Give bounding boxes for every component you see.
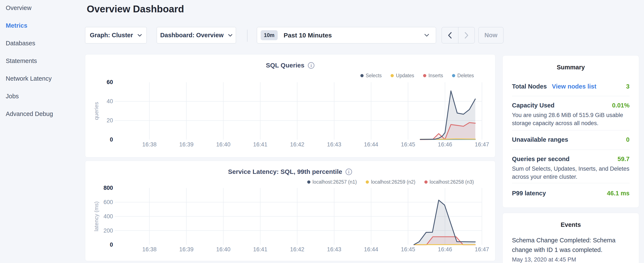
now-button[interactable]: Now: [478, 27, 504, 43]
page-title: Overview Dashboard: [87, 3, 184, 15]
legend-dot-icon: [366, 180, 369, 184]
summary-row-p99: P99 latency 46.1 ms: [512, 189, 630, 198]
time-next-button[interactable]: [458, 27, 475, 43]
time-range-dropdown[interactable]: 10m Past 10 Minutes: [257, 27, 436, 43]
summary-divider: [512, 130, 630, 130]
view-nodes-list-link[interactable]: View nodes list: [552, 82, 596, 91]
unavailable-ranges-value: 0: [626, 135, 630, 144]
sidebar-item-network-latency[interactable]: Network Latency: [0, 70, 84, 87]
dashboard-dropdown[interactable]: Dashboard: Overview: [157, 27, 236, 43]
summary-divider: [512, 183, 630, 183]
x-tick-label: 16:40: [216, 141, 230, 148]
x-tick-label: 16:39: [179, 246, 194, 252]
legend-dot-icon: [424, 180, 428, 184]
summary-row-qps: Queries per second 59.7: [512, 154, 630, 163]
y-tick-label: 800: [104, 185, 113, 191]
x-tick-label: 16:45: [401, 141, 415, 148]
summary-panel: Summary Total Nodes View nodes list 3 Ca…: [502, 55, 639, 208]
chevron-right-icon: [464, 32, 469, 39]
service-latency-plot: 16:3816:3916:4016:4116:4216:4316:4416:45…: [85, 161, 495, 261]
legend-dot-icon: [390, 74, 394, 77]
x-tick-label: 16:41: [253, 246, 267, 252]
legend-label: localhost:26259 (n2): [371, 179, 415, 185]
legend-item[interactable]: localhost:26259 (n2): [366, 179, 415, 185]
legend-label: Updates: [396, 73, 414, 79]
legend-label: localhost:26258 (n3): [430, 179, 474, 185]
chevron-down-icon: [228, 34, 232, 37]
sidebar: Overview Metrics Databases Statements Ne…: [0, 0, 84, 263]
legend-dot-icon: [307, 180, 310, 184]
graph-scope-label: Graph: Cluster: [90, 32, 133, 39]
total-nodes-label: Total Nodes: [512, 82, 547, 91]
legend-item[interactable]: Inserts: [423, 73, 443, 79]
sidebar-item-statements[interactable]: Statements: [0, 52, 84, 70]
y-tick-label: 600: [104, 199, 113, 205]
events-panel: Events Schema Change Completed: Schema c…: [502, 213, 639, 263]
controls-divider: [247, 30, 248, 42]
chevron-down-icon: [424, 34, 430, 37]
legend-label: Deletes: [457, 73, 474, 79]
capacity-description: You are using 28.6 MiB of 515.9 GiB usab…: [512, 111, 630, 127]
x-tick-label: 16:42: [290, 246, 304, 252]
service-latency-chart-card: 16:3816:3916:4016:4116:4216:4316:4416:45…: [85, 161, 496, 261]
time-prev-button[interactable]: [442, 27, 458, 43]
sidebar-item-databases[interactable]: Databases: [0, 35, 84, 52]
chart-legend: SelectsUpdatesInsertsDeletes: [360, 73, 474, 79]
events-title: Events: [512, 221, 630, 228]
summary-row-unavailable: Unavailable ranges 0: [512, 135, 630, 144]
chevron-left-icon: [448, 32, 452, 39]
x-tick-label: 16:46: [438, 246, 452, 252]
event-item-timestamp: May 13, 2020 at 4:45 PM: [512, 256, 630, 263]
info-icon[interactable]: i: [308, 62, 315, 69]
legend-dot-icon: [360, 74, 364, 77]
summary-divider: [512, 96, 630, 96]
sidebar-item-metrics[interactable]: Metrics: [0, 17, 84, 35]
dashboard-label: Dashboard: Overview: [160, 32, 224, 39]
time-range-label: Past 10 Minutes: [284, 32, 332, 39]
x-tick-label: 16:41: [253, 141, 267, 148]
y-tick-label: 0: [110, 136, 113, 143]
legend-item[interactable]: Selects: [360, 73, 382, 79]
y-axis-label: queries: [93, 102, 99, 120]
total-nodes-value: 3: [626, 82, 630, 91]
p99-latency-label: P99 latency: [512, 189, 546, 198]
event-item-text[interactable]: Schema Change Completed: Schema change w…: [512, 235, 630, 255]
legend-item[interactable]: localhost:26258 (n3): [424, 179, 474, 185]
sql-queries-chart-card: 16:3816:3916:4016:4116:4216:4316:4416:45…: [85, 54, 496, 157]
metrics-page: Overview Metrics Databases Statements Ne…: [0, 0, 644, 263]
legend-item[interactable]: Updates: [390, 73, 414, 79]
y-tick-label: 20: [107, 117, 113, 124]
legend-label: localhost:26257 (n1): [312, 179, 357, 185]
time-window-nav: [442, 27, 475, 43]
sql-queries-plot: 16:3816:3916:4016:4116:4216:4316:4416:45…: [85, 55, 495, 157]
qps-value: 59.7: [618, 154, 630, 163]
sidebar-item-jobs[interactable]: Jobs: [0, 87, 84, 105]
chart-title: Service Latency: SQL, 99th percentile i: [85, 168, 495, 175]
summary-divider: [512, 150, 630, 150]
x-tick-label: 16:47: [475, 246, 489, 252]
legend-item[interactable]: Deletes: [452, 73, 474, 79]
unavailable-ranges-label: Unavailable ranges: [512, 135, 568, 144]
p99-latency-value: 46.1 ms: [607, 189, 630, 198]
chart-title-text: SQL Queries: [266, 62, 304, 69]
y-axis-label: latency (ms): [93, 201, 99, 231]
x-tick-label: 16:46: [438, 141, 452, 148]
qps-label: Queries per second: [512, 154, 570, 163]
summary-row-total-nodes: Total Nodes View nodes list 3: [512, 82, 630, 91]
legend-dot-icon: [423, 74, 426, 77]
y-tick-label: 0: [110, 241, 113, 248]
qps-description: Sum of Selects, Updates, Inserts, and De…: [512, 165, 630, 181]
legend-dot-icon: [452, 74, 455, 77]
chart-title-text: Service Latency: SQL, 99th percentile: [228, 168, 342, 175]
sidebar-item-advanced-debug[interactable]: Advanced Debug: [0, 105, 84, 123]
legend-label: Inserts: [428, 73, 443, 79]
chart-legend: localhost:26257 (n1)localhost:26259 (n2)…: [307, 179, 474, 185]
x-tick-label: 16:43: [327, 141, 341, 148]
graph-scope-dropdown[interactable]: Graph: Cluster: [85, 27, 147, 43]
x-tick-label: 16:38: [142, 246, 156, 252]
y-tick-label: 40: [107, 98, 113, 105]
info-icon[interactable]: i: [345, 168, 352, 175]
x-tick-label: 16:44: [364, 141, 378, 148]
legend-item[interactable]: localhost:26257 (n1): [307, 179, 357, 185]
sidebar-item-overview[interactable]: Overview: [0, 0, 84, 17]
